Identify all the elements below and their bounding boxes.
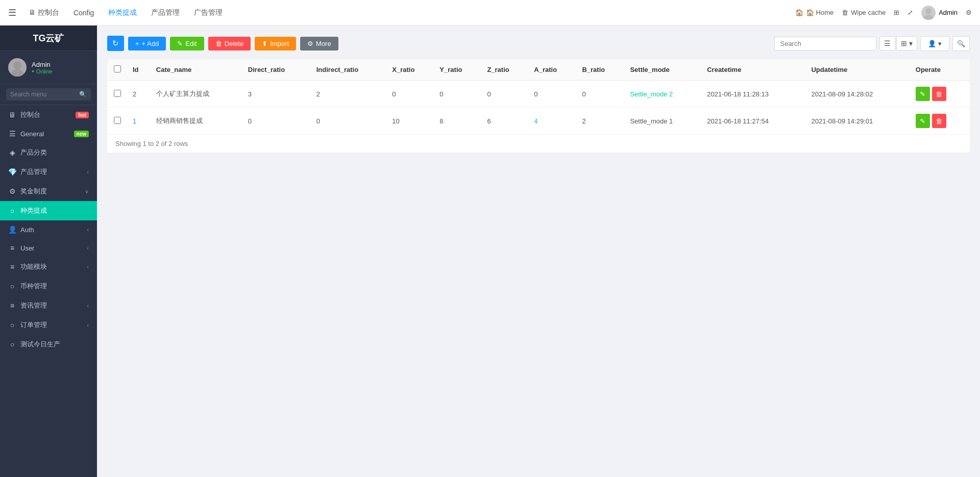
sidebar-avatar	[8, 58, 27, 77]
sidebar-item-test[interactable]: ○ 测试今日生产	[0, 335, 97, 354]
nav-link-dashboard[interactable]: 🖥 控制台	[22, 5, 65, 20]
plus-icon: +	[135, 40, 139, 47]
sidebar-item-news[interactable]: ≡ 资讯管理 ‹	[0, 296, 97, 315]
cell-x-ratio: 10	[387, 108, 434, 135]
sidebar-item-product-category[interactable]: ◈ 产品分类	[0, 143, 97, 162]
search-button[interactable]: 🔍	[952, 36, 970, 51]
svg-point-3	[11, 69, 23, 77]
sidebar-item-general[interactable]: ☰ General new	[0, 124, 97, 143]
currency-icon: ○	[8, 282, 16, 290]
wipe-cache-link[interactable]: 🗑 Wipe cache	[842, 9, 886, 16]
sidebar-item-orders[interactable]: ○ 订单管理 ‹	[0, 315, 97, 335]
row-checkbox[interactable]	[114, 90, 121, 97]
sidebar-brand: TG云矿	[0, 26, 97, 51]
row-checkbox-cell	[107, 81, 128, 108]
cell-y-ratio: 0	[434, 81, 482, 108]
hamburger-icon[interactable]: ☰	[8, 7, 16, 18]
sidebar-item-label: 种类提成	[20, 206, 89, 215]
row-checkbox-cell	[107, 108, 128, 135]
grid-view-button[interactable]: ⊞ ▾	[896, 36, 917, 51]
header-z-ratio: Z_ratio	[482, 59, 529, 81]
trash-icon: 🗑	[215, 40, 222, 47]
header-operate: Operate	[911, 59, 970, 81]
nav-link-ad-management[interactable]: 广告管理	[188, 5, 229, 20]
sidebar-item-dashboard[interactable]: 🖥 控制台 hot	[0, 105, 97, 124]
export-button[interactable]: 👤 ▾	[920, 36, 949, 51]
sidebar-username: Admin	[32, 61, 53, 68]
fullscreen-icon[interactable]: ⤢	[908, 9, 913, 16]
product-management-icon: 💎	[8, 168, 16, 176]
search-input[interactable]	[774, 37, 876, 51]
delete-row-button[interactable]: 🗑	[932, 87, 946, 101]
a-ratio-link[interactable]: 4	[534, 117, 537, 125]
row-checkbox[interactable]	[114, 117, 121, 124]
toolbar: ↻ + + Add ✎ Edit 🗑 Delete ⬆ Import ⚙ Mor…	[107, 36, 970, 51]
list-view-button[interactable]: ☰	[879, 36, 895, 51]
user-section[interactable]: Admin	[921, 6, 958, 20]
features-icon: ≡	[8, 263, 16, 271]
cell-settle-mode: Settle_mode 1	[625, 108, 702, 135]
search-menu-input[interactable]	[6, 88, 91, 101]
main-layout: TG云矿 Admin Online 🔍 🖥 控制台 hot ☰	[0, 26, 980, 477]
table-row: 2 个人矿主算力提成 3 2 0 0 0 0 0 Settle_mode 2 2…	[107, 81, 970, 108]
sidebar-item-label: 产品管理	[20, 167, 87, 177]
cell-a-ratio: 4	[529, 108, 577, 135]
view-toggle: ☰ ⊞ ▾	[879, 36, 917, 51]
chevron-icon: ‹	[87, 245, 89, 251]
grid-view-icon[interactable]: ⊞	[894, 9, 899, 16]
chevron-icon: ‹	[87, 169, 89, 175]
table-row: 1 经销商销售提成 0 0 10 8 6 4 2 Settle_mode 1 2…	[107, 108, 970, 135]
header-indirect-ratio: Indirect_ratio	[311, 59, 387, 81]
toolbar-right: ☰ ⊞ ▾ 👤 ▾ 🔍	[774, 36, 970, 51]
add-button[interactable]: + + Add	[128, 37, 166, 51]
sidebar-item-currency[interactable]: ○ 币种管理	[0, 277, 97, 296]
header-direct-ratio: Direct_ratio	[243, 59, 311, 81]
hot-badge: hot	[76, 112, 89, 118]
edit-row-button[interactable]: ✎	[916, 87, 930, 101]
chevron-icon: ‹	[87, 303, 89, 309]
cell-createtime: 2021-06-18 11:28:13	[702, 81, 806, 108]
svg-point-1	[924, 15, 933, 20]
cell-z-ratio: 6	[482, 108, 529, 135]
sidebar-item-category-commission[interactable]: ○ 种类提成	[0, 201, 97, 220]
cell-direct-ratio: 0	[243, 108, 311, 135]
sidebar-search-container: 🔍	[0, 84, 97, 105]
edit-button[interactable]: ✎ Edit	[170, 37, 204, 51]
header-settle-mode: Settle_mode	[625, 59, 702, 81]
sidebar-item-label: 产品分类	[20, 148, 89, 157]
import-button[interactable]: ⬆ Import	[255, 37, 296, 51]
edit-row-button[interactable]: ✎	[916, 114, 930, 128]
sidebar-item-features[interactable]: ≡ 功能模块 ‹	[0, 257, 97, 277]
sidebar-item-bonus[interactable]: ⚙ 奖金制度 ∨	[0, 182, 97, 201]
nav-link-product-management[interactable]: 产品管理	[145, 5, 186, 20]
sidebar-item-user[interactable]: ≡ User ‹	[0, 239, 97, 257]
home-link[interactable]: 🏠 🏠 Home	[795, 9, 834, 16]
more-button[interactable]: ⚙ More	[300, 37, 338, 51]
header-y-ratio: Y_ratio	[434, 59, 482, 81]
settle-mode-link[interactable]: Settle_mode 2	[630, 90, 673, 98]
cell-a-ratio: 0	[529, 81, 577, 108]
nav-link-category-commission[interactable]: 种类提成	[102, 5, 143, 20]
delete-button[interactable]: 🗑 Delete	[208, 37, 251, 51]
sidebar: TG云矿 Admin Online 🔍 🖥 控制台 hot ☰	[0, 26, 97, 477]
dashboard-icon: 🖥	[8, 111, 16, 119]
svg-point-0	[925, 8, 932, 14]
search-icon: 🔍	[79, 91, 87, 98]
add-label: + Add	[142, 40, 159, 47]
chevron-icon: ‹	[87, 264, 89, 270]
select-all-checkbox[interactable]	[114, 65, 121, 72]
sidebar-item-auth[interactable]: 👤 Auth ‹	[0, 220, 97, 239]
nav-link-config[interactable]: Config	[67, 5, 100, 20]
refresh-button[interactable]: ↻	[107, 36, 124, 51]
delete-row-button[interactable]: 🗑	[932, 114, 946, 128]
sidebar-item-product-management[interactable]: 💎 产品管理 ‹	[0, 162, 97, 182]
sidebar-user-status: Online	[32, 68, 53, 74]
settings-icon[interactable]: ⚙	[966, 9, 972, 16]
svg-point-2	[13, 61, 21, 69]
id-link[interactable]: 1	[133, 117, 136, 125]
cell-operate: ✎ 🗑	[911, 81, 970, 108]
chevron-icon: ∨	[85, 188, 89, 195]
chevron-icon: ‹	[87, 322, 89, 328]
sidebar-item-label: 资讯管理	[20, 301, 87, 310]
table-header-row: Id Cate_name Direct_ratio Indirect_ratio…	[107, 59, 970, 81]
